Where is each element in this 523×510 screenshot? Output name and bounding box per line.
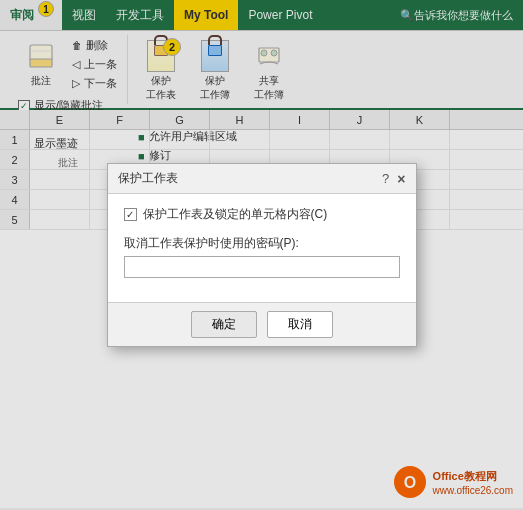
cancel-button[interactable]: 取消 — [267, 311, 333, 338]
dialog-body: 保护工作表及锁定的单元格内容(C) 取消工作表保护时使用的密码(P): — [108, 194, 416, 302]
dialog-footer: 确定 取消 — [108, 302, 416, 346]
protect-sheet-dialog: 保护工作表 ? × 保护工作表及锁定的单元格内容(C) 取消工作表保护时使用的密… — [107, 163, 417, 347]
dialog-help-button[interactable]: ? — [382, 171, 389, 186]
protect-content-label: 保护工作表及锁定的单元格内容(C) — [143, 206, 328, 223]
dialog-controls: ? × — [382, 171, 405, 187]
main-checkbox-row: 保护工作表及锁定的单元格内容(C) — [124, 206, 400, 223]
ok-button[interactable]: 确定 — [191, 311, 257, 338]
protect-content-checkbox[interactable] — [124, 208, 137, 221]
dialog-title: 保护工作表 — [118, 170, 178, 187]
dialog-close-button[interactable]: × — [397, 171, 405, 187]
password-label: 取消工作表保护时使用的密码(P): — [124, 235, 400, 252]
dialog-titlebar: 保护工作表 ? × — [108, 164, 416, 194]
dialog-overlay: 保护工作表 ? × 保护工作表及锁定的单元格内容(C) 取消工作表保护时使用的密… — [0, 0, 523, 510]
password-input[interactable] — [124, 256, 400, 278]
